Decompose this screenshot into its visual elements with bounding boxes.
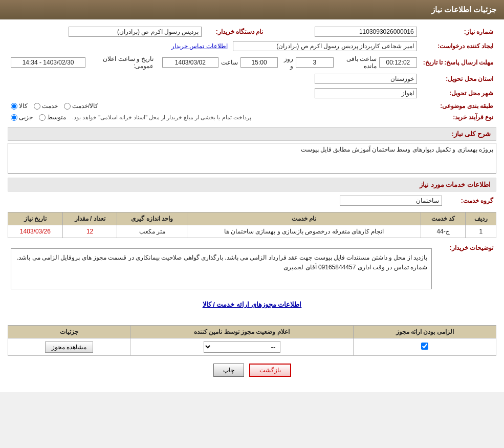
buyer-notes-value: بازدید از محل و داشتن مستندات فایل پیوست… (17, 254, 427, 271)
announce-date-value: 1403/02/30 - 14:34 (11, 57, 85, 68)
time-value: 15:00 (240, 57, 278, 68)
permits-title: اطلاعات مجوزهای ارائه خدمت / کالا (203, 301, 302, 308)
page-title: جزئیات اطلاعات نیاز (431, 5, 496, 14)
radio-kala-khedmat[interactable]: کالا/خدمت (64, 102, 98, 110)
services-data-table: ردیف کد خدمت نام خدمت واحد اندازه گیری ت… (8, 212, 496, 238)
col-unit: واحد اندازه گیری (117, 212, 187, 225)
days-label: روز و (280, 55, 293, 70)
col-qty: تعداد / مقدار (62, 212, 117, 225)
province-label: استان محل تحویل: (420, 72, 496, 86)
need-description-box: پروژه بهسازی و تکمیل دیوارهای وسط ساختما… (8, 143, 496, 174)
remaining-value: 00:12:02 (379, 57, 417, 68)
radio-mutavasit[interactable]: متوسط (39, 114, 66, 121)
buyer-name-label: نام دستگاه خریدار: (205, 25, 266, 39)
page-header: جزئیات اطلاعات نیاز (0, 0, 504, 19)
col-code: کد خدمت (421, 212, 466, 225)
cell-unit: متر مکعب (117, 225, 187, 238)
col-name: نام خدمت (187, 212, 421, 225)
info-table-top: شماره نیاز: 1103093026000016 نام دستگاه … (8, 25, 496, 123)
cell-date: 1403/03/26 (8, 225, 63, 238)
permit-required-checkbox[interactable] (421, 343, 428, 350)
cell-qty: 12 (62, 225, 117, 238)
city-value: اهواز (315, 88, 417, 98)
service-group-value: ساختمان (340, 196, 442, 206)
permit-col-details: جزئیات (8, 326, 130, 338)
radio-khedmat-label: خدمت (42, 102, 58, 110)
need-number-label: شماره نیاز: (420, 25, 496, 39)
province-value: خوزستان (315, 74, 417, 84)
buyer-notes-label: توضیحات خریدار: (435, 242, 496, 295)
service-group-label: گروه خدمت: (445, 194, 496, 208)
permit-status-select[interactable]: -- (204, 341, 280, 353)
days-value: 3 (296, 57, 334, 68)
date-value: 1403/03/02 (162, 57, 218, 68)
creator-label: ایجاد کننده درخواست: (420, 39, 496, 53)
time-label: ساعت (221, 59, 238, 66)
permits-section-header: اطلاعات مجوزهای ارائه خدمت / کالا (8, 301, 496, 308)
service-group-table: گروه خدمت: ساختمان (8, 194, 496, 208)
permit-status-cell: -- (130, 338, 354, 356)
radio-kala-label: کالا (19, 102, 28, 110)
radio-jozi[interactable]: جزیی (11, 114, 33, 121)
radio-mutavasit-input[interactable] (39, 114, 46, 121)
spacer (8, 311, 496, 321)
radio-kala-khedmat-label: کالا/خدمت (72, 102, 98, 110)
buyer-notes-box: بازدید از محل و داشتن مستندات فایل پیوست… (11, 248, 432, 289)
cell-name: انجام کارهای متفرقه درخصوص بازسازی و بهس… (187, 225, 421, 238)
creator-value: امیر شجاعی کاربرداز پردیس رسول اکرم ص (ب… (233, 41, 417, 51)
page-wrapper: جزئیات اطلاعات نیاز شماره نیاز: 11030930… (0, 0, 504, 392)
services-title: اطلاعات خدمات مورد نیاز (420, 181, 491, 188)
services-section-header: اطلاعات خدمات مورد نیاز (8, 178, 496, 191)
bottom-buttons: بازگشت چاپ (8, 364, 496, 377)
purchase-type-note: پرداخت تمام یا بخشی از مبلغ خریدار از مح… (72, 114, 251, 121)
radio-khedmat-input[interactable] (34, 103, 40, 110)
buyer-name-value: پردیس رسول اکرم ص (برادران) (69, 27, 202, 37)
cell-row: 1 (466, 225, 496, 238)
permit-col-status: اعلام وضعیت مجوز توسط نامین کننده (130, 326, 354, 338)
radio-mutavasit-label: متوسط (47, 114, 66, 121)
col-date: تاریخ نیاز (8, 212, 63, 225)
need-description-label: شرح کلی نیاز: (451, 130, 491, 138)
col-row: ردیف (466, 212, 496, 225)
announce-date-label: تاریخ و ساعت اعلان عمومی: (88, 55, 154, 70)
cell-code: ج-44 (421, 225, 466, 238)
permit-details-cell: مشاهده مجوز (8, 338, 130, 356)
response-date-label: مهلت ارسال پاسخ: تا تاریخ: (420, 53, 496, 72)
permits-table: الزامی بودن ارائه مجوز اعلام وضعیت مجوز … (8, 325, 496, 356)
back-button[interactable]: بازگشت (249, 364, 291, 377)
city-label: شهر محل تحویل: (420, 86, 496, 100)
contact-link[interactable]: اطلاعات تماس خریدار (171, 42, 228, 50)
radio-jozi-input[interactable] (11, 114, 17, 121)
view-permit-button[interactable]: مشاهده مجوز (45, 342, 93, 353)
remaining-label: ساعت باقی مانده (336, 55, 377, 70)
print-button[interactable]: چاپ (213, 364, 244, 377)
purchase-type-label: نوع فرآیند خرید: (420, 112, 496, 123)
need-description-value: پروژه بهسازی و تکمیل دیوارهای وسط ساختما… (301, 146, 493, 153)
radio-jozi-label: جزیی (19, 114, 33, 121)
radio-kala-khedmat-input[interactable] (64, 103, 71, 110)
category-label: طبقه بندی موضوعی: (420, 100, 496, 112)
radio-kala-input[interactable] (11, 103, 17, 110)
buyer-notes-table: توضیحات خریدار: بازدید از محل و داشتن مس… (8, 242, 496, 295)
permit-col-required: الزامی بودن ارائه مجوز (354, 326, 496, 338)
table-row: 1 ج-44 انجام کارهای متفرقه درخصوص بازساز… (8, 225, 496, 238)
need-number-value: 1103093026000016 (315, 27, 417, 37)
radio-khedmat[interactable]: خدمت (34, 102, 58, 110)
permit-required-cell (354, 338, 496, 356)
radio-kala[interactable]: کالا (11, 102, 28, 110)
main-content: شماره نیاز: 1103093026000016 نام دستگاه … (0, 19, 504, 382)
permit-row: -- مشاهده مجوز (8, 338, 496, 356)
need-description-section-header: شرح کلی نیاز: (8, 127, 496, 141)
